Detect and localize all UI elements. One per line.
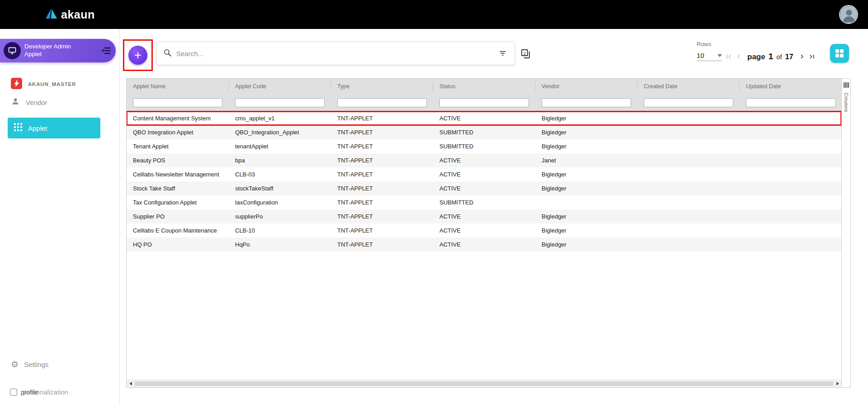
table-header-row: Applet Name Applet Code Type Status Vend…	[127, 79, 841, 94]
horizontal-scrollbar[interactable]	[127, 380, 841, 387]
grid-view-icon	[835, 49, 844, 58]
table-cell: TNT-APPLET	[331, 129, 433, 136]
table-row-highlighted[interactable]: Content Management Systemcms_applet_v1TN…	[127, 111, 841, 125]
table-cell: ACTIVE	[433, 157, 535, 164]
next-page-icon[interactable]	[798, 52, 806, 61]
prev-page-icon[interactable]	[735, 52, 743, 61]
table-cell: taxConfiguration	[229, 199, 331, 206]
sidebar-item-applet[interactable]: Applet	[8, 118, 100, 138]
sidebar-item-settings[interactable]: ⚙ Settings	[11, 360, 48, 369]
column-header[interactable]: Applet Name	[127, 79, 229, 94]
table-row[interactable]: Beauty POSbpaTNT-APPLETACTIVEJanet	[127, 153, 841, 167]
table-cell: CLB-03	[229, 171, 331, 178]
table-cell: Supplier PO	[127, 213, 229, 220]
table-cell: TNT-APPLET	[331, 185, 433, 192]
table-cell: supplierPo	[229, 213, 331, 220]
column-filter-input[interactable]	[746, 98, 836, 107]
table-cell: Celllabs Newsletter Management	[127, 171, 229, 178]
table-grid: Applet Name Applet Code Type Status Vend…	[127, 79, 841, 380]
current-applet-button[interactable]: Developer Admin Applet	[0, 39, 116, 62]
table-row[interactable]: Celllabs Newsletter ManagementCLB-03TNT-…	[127, 167, 841, 181]
table-cell: Beauty POS	[127, 157, 229, 164]
table-cell: cms_applet_v1	[229, 115, 331, 122]
table-cell: TNT-APPLET	[331, 227, 433, 234]
filter-icon[interactable]	[497, 48, 508, 59]
user-avatar[interactable]	[839, 5, 858, 24]
page-word: page	[747, 52, 765, 62]
table-cell: Bigledger	[535, 129, 637, 136]
columns-panel-toggle[interactable]: Columns	[841, 79, 850, 387]
current-applet-label: Developer Admin Applet	[24, 43, 97, 58]
table-row[interactable]: Stock Take StaffstockTakeStaffTNT-APPLET…	[127, 181, 841, 195]
column-header[interactable]: Vendor	[535, 79, 637, 94]
scroll-right-icon[interactable]	[834, 380, 841, 387]
akaun-master-icon	[11, 78, 22, 91]
settings-label: Settings	[24, 361, 48, 368]
of-word: of	[776, 53, 782, 61]
last-page-icon[interactable]	[808, 52, 816, 61]
table-cell: ACTIVE	[433, 241, 535, 248]
profile-checkbox[interactable]	[10, 389, 17, 396]
column-filter-input[interactable]	[542, 98, 631, 107]
column-header[interactable]: Type	[331, 79, 433, 94]
menu-open-icon[interactable]	[100, 45, 112, 57]
table-cell: SUBMITTED	[433, 199, 535, 206]
sidebar-item-akaun-master[interactable]: AKAUN_MASTER	[0, 75, 119, 93]
scrollbar-thumb[interactable]	[135, 381, 833, 386]
table-cell: TNT-APPLET	[331, 241, 433, 248]
personalization-row: personalization profile	[10, 388, 105, 398]
table-body: Content Management Systemcms_applet_v1TN…	[127, 111, 841, 252]
table-cell: SUBMITTED	[433, 129, 535, 136]
column-header[interactable]: Created Date	[637, 79, 740, 94]
table-cell: stockTakeStaff	[229, 185, 331, 192]
table-cell: Bigledger	[535, 213, 637, 220]
grid-view-button[interactable]	[830, 44, 849, 63]
table-row[interactable]: HQ POHqPoTNT-APPLETACTIVEBigledger	[127, 238, 841, 252]
sidebar-item-vendor[interactable]: Vendor	[0, 93, 119, 111]
table-cell: Bigledger	[535, 143, 637, 150]
table-row[interactable]: QBO Integration AppletQBO_Integration_Ap…	[127, 125, 841, 139]
table-cell: Tax Configuration Applet	[127, 199, 229, 206]
table-cell: TNT-APPLET	[331, 171, 433, 178]
table-cell: Bigledger	[535, 185, 637, 192]
add-applet-button[interactable]: +	[128, 46, 147, 65]
columns-bars-icon	[844, 81, 849, 90]
column-header[interactable]: Updated Date	[740, 79, 841, 94]
sidebar-item-label: Applet	[28, 124, 47, 132]
table-cell: ACTIVE	[433, 115, 535, 122]
table-cell: tenantApplet	[229, 143, 331, 150]
table-row[interactable]: Celllabs E Coupon MaintenanceCLB-10TNT-A…	[127, 223, 841, 238]
gear-icon: ⚙	[11, 360, 19, 369]
table-cell: Bigledger	[535, 115, 637, 122]
column-filter-input[interactable]	[235, 98, 325, 107]
total-pages: 17	[785, 53, 793, 61]
column-filter-input[interactable]	[439, 98, 529, 107]
table-cell: TNT-APPLET	[331, 157, 433, 164]
table-cell: SUBMITTED	[433, 143, 535, 150]
column-header[interactable]: Applet Code	[229, 79, 331, 94]
table-row[interactable]: Supplier POsupplierPoTNT-APPLETACTIVEBig…	[127, 209, 841, 223]
brand-logo: akaun	[45, 8, 95, 21]
search-input[interactable]	[176, 50, 493, 57]
table-cell: QBO_Integration_Applet	[229, 129, 331, 136]
monitor-icon	[4, 42, 21, 59]
table-cell: Janet	[535, 157, 637, 164]
sidebar-item-label: AKAUN_MASTER	[28, 81, 76, 87]
caret-down-icon	[717, 54, 722, 57]
rows-per-page-select[interactable]: Rows 10	[697, 41, 722, 61]
search-bar	[156, 42, 515, 65]
column-header[interactable]: Status	[433, 79, 535, 94]
first-page-icon[interactable]	[725, 52, 733, 61]
scroll-left-icon[interactable]	[127, 380, 134, 387]
table-cell: ACTIVE	[433, 171, 535, 178]
table-cell: HqPo	[229, 241, 331, 248]
rows-label: Rows	[697, 41, 722, 48]
column-filter-input[interactable]	[644, 98, 733, 107]
table-cell: Content Management System	[127, 115, 229, 122]
column-filter-input[interactable]	[133, 98, 222, 107]
column-filter-input[interactable]	[337, 98, 427, 107]
table-cell: ACTIVE	[433, 227, 535, 234]
table-row[interactable]: Tax Configuration ApplettaxConfiguration…	[127, 195, 841, 209]
multi-page-icon[interactable]: 2	[519, 48, 532, 60]
table-row[interactable]: Tenant ApplettenantAppletTNT-APPLETSUBMI…	[127, 139, 841, 153]
